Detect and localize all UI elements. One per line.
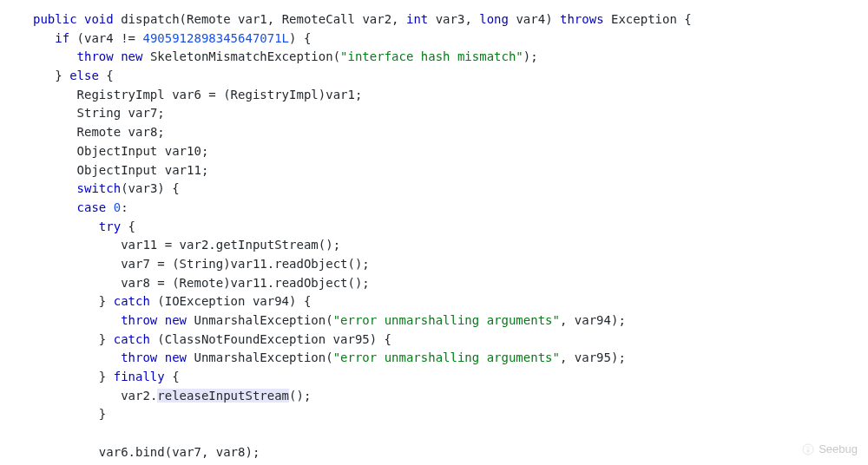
var2-ref2: var2 (121, 389, 150, 403)
watermark: Seebug (801, 441, 858, 458)
keyword-public: public (33, 12, 77, 26)
type-remote-decl: Remote (77, 125, 122, 139)
keyword-new3: new (165, 350, 187, 364)
var3-ref: var3 (128, 181, 158, 195)
keyword-void: void (84, 12, 114, 26)
type-remote: Remote (187, 12, 231, 26)
var6-ref: var6 (99, 445, 128, 459)
type-string: String (77, 106, 122, 120)
var11-ref1: var11 (231, 257, 267, 271)
param-var3: var3 (436, 12, 465, 26)
var11-assign: var11 (121, 238, 157, 252)
var11-decl: var11 (165, 163, 201, 177)
svg-point-1 (806, 446, 810, 449)
param-var4: var4 (516, 12, 545, 26)
keyword-switch: switch (77, 181, 122, 195)
code-block: public void dispatch(Remote var1, Remote… (33, 10, 868, 462)
var8-assign: var8 (121, 276, 150, 290)
case-zero: 0 (114, 200, 121, 214)
cast-string: String (180, 257, 224, 271)
keyword-catch2: catch (114, 332, 150, 346)
type-exception: Exception (611, 12, 677, 26)
readobject-call1: readObject (274, 257, 347, 271)
var95-ref: var95 (575, 350, 611, 364)
string-unmarshal1: "error unmarshalling arguments" (333, 313, 560, 327)
keyword-int: int (406, 12, 428, 26)
watermark-text: Seebug (819, 441, 858, 458)
ioexception-type: IOException (165, 294, 246, 308)
keyword-catch1: catch (114, 294, 150, 308)
keyword-throw: throw (77, 49, 114, 63)
keyword-throw3: throw (121, 350, 157, 364)
unmarshal-exception1: UnmarshalException (194, 313, 326, 327)
param-var2: var2 (362, 12, 391, 26)
keyword-case: case (77, 200, 107, 214)
classnotfound-type: ClassNotFoundException (165, 332, 326, 346)
keyword-if: if (55, 31, 69, 45)
var11-ref2: var11 (231, 276, 267, 290)
hash-constant: 4905912898345647071L (142, 31, 289, 45)
seebug-icon (801, 442, 815, 456)
readobject-call2: readObject (274, 276, 347, 290)
cast-registryimpl: RegistryImpl (231, 88, 319, 102)
type-remotecall: RemoteCall (282, 12, 355, 26)
var94-decl: var94 (253, 294, 289, 308)
var94-ref: var94 (575, 313, 611, 327)
keyword-new: new (121, 49, 142, 63)
keyword-else: else (69, 69, 99, 82)
type-objectinput1: ObjectInput (77, 144, 158, 158)
var4-ref: var4 (84, 31, 114, 45)
var2-ref1: var2 (180, 238, 209, 252)
keyword-throw2: throw (121, 313, 157, 327)
var8-arg: var8 (216, 445, 246, 459)
var7-arg: var7 (172, 445, 201, 459)
var10-decl: var10 (165, 144, 201, 158)
param-var1: var1 (238, 12, 267, 26)
releaseinputstream-call: releaseInputStream (157, 389, 289, 403)
keyword-long: long (479, 12, 509, 26)
var6-decl: var6 (172, 88, 201, 102)
var95-decl: var95 (333, 332, 370, 346)
var8-decl: var8 (128, 125, 158, 139)
var7-assign: var7 (121, 257, 150, 271)
getinputstream-call: getInputStream (216, 238, 319, 252)
var1-ref: var1 (326, 88, 355, 102)
type-objectinput2: ObjectInput (77, 163, 158, 177)
keyword-try: try (99, 219, 121, 233)
type-registryimpl: RegistryImpl (77, 88, 165, 102)
string-unmarshal2: "error unmarshalling arguments" (333, 350, 560, 364)
keyword-throws: throws (560, 12, 604, 26)
unmarshal-exception2: UnmarshalException (194, 350, 326, 364)
skeleton-exception: SkeletonMismatchException (150, 49, 333, 63)
cast-remote: Remote (180, 276, 224, 290)
bind-call: bind (135, 445, 165, 459)
method-name: dispatch (121, 12, 179, 26)
string-interface-mismatch: "interface hash mismatch" (340, 49, 523, 63)
keyword-new2: new (165, 313, 187, 327)
keyword-finally: finally (114, 370, 165, 383)
var7-decl: var7 (128, 106, 158, 120)
